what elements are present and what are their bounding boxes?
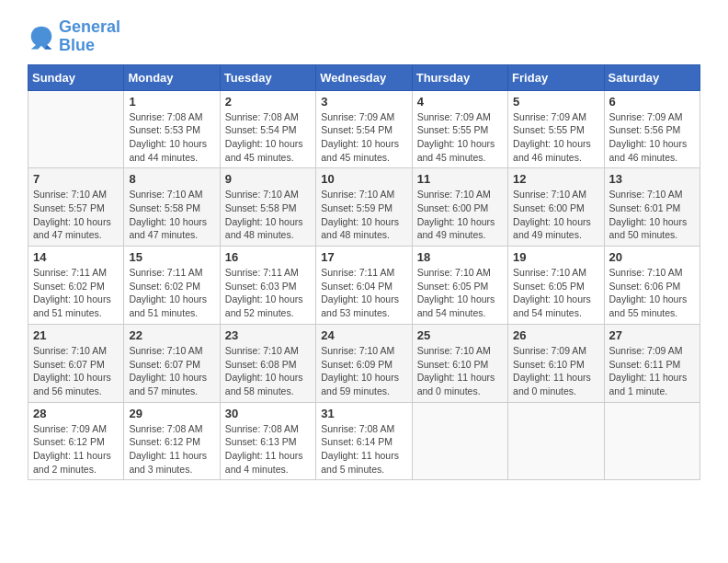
day-detail: Sunrise: 7:09 AMSunset: 6:11 PMDaylight:… — [609, 344, 695, 398]
week-row-3: 14Sunrise: 7:11 AMSunset: 6:02 PMDayligh… — [28, 247, 700, 325]
day-detail: Sunrise: 7:11 AMSunset: 6:02 PMDaylight:… — [129, 266, 214, 320]
day-number: 15 — [129, 250, 214, 264]
calendar-cell: 20Sunrise: 7:10 AMSunset: 6:06 PMDayligh… — [604, 247, 700, 325]
calendar-cell — [28, 90, 124, 168]
logo-text-line2: Blue — [59, 37, 120, 55]
day-number: 31 — [321, 407, 406, 420]
day-number: 8 — [129, 172, 214, 186]
calendar-cell: 16Sunrise: 7:11 AMSunset: 6:03 PMDayligh… — [220, 247, 315, 325]
day-detail: Sunrise: 7:09 AMSunset: 5:56 PMDaylight:… — [609, 110, 695, 165]
day-number: 1 — [129, 95, 214, 109]
day-detail: Sunrise: 7:10 AMSunset: 6:00 PMDaylight:… — [513, 188, 598, 242]
calendar-cell: 22Sunrise: 7:10 AMSunset: 6:07 PMDayligh… — [124, 324, 220, 402]
calendar-cell: 18Sunrise: 7:10 AMSunset: 6:05 PMDayligh… — [412, 247, 507, 325]
day-detail: Sunrise: 7:11 AMSunset: 6:03 PMDaylight:… — [225, 266, 311, 320]
calendar-cell: 28Sunrise: 7:09 AMSunset: 6:12 PMDayligh… — [28, 402, 124, 480]
page-header: General Blue — [28, 18, 700, 55]
day-number: 14 — [33, 250, 119, 264]
calendar-cell: 7Sunrise: 7:10 AMSunset: 5:57 PMDaylight… — [28, 168, 124, 247]
calendar-cell: 19Sunrise: 7:10 AMSunset: 6:05 PMDayligh… — [508, 247, 604, 325]
calendar-cell: 10Sunrise: 7:10 AMSunset: 5:59 PMDayligh… — [316, 168, 412, 247]
day-number: 2 — [225, 95, 311, 109]
calendar-cell: 1Sunrise: 7:08 AMSunset: 5:53 PMDaylight… — [124, 90, 220, 168]
calendar-cell: 24Sunrise: 7:10 AMSunset: 6:09 PMDayligh… — [316, 324, 412, 402]
day-number: 18 — [417, 250, 503, 264]
day-number: 29 — [129, 407, 214, 420]
logo-icon — [28, 23, 55, 51]
day-number: 19 — [513, 250, 598, 264]
calendar-cell: 14Sunrise: 7:11 AMSunset: 6:02 PMDayligh… — [28, 247, 124, 325]
day-number: 7 — [33, 172, 119, 186]
day-detail: Sunrise: 7:08 AMSunset: 6:13 PMDaylight:… — [225, 422, 311, 477]
day-detail: Sunrise: 7:10 AMSunset: 5:58 PMDaylight:… — [225, 188, 311, 242]
day-number: 24 — [321, 328, 406, 342]
calendar-cell: 23Sunrise: 7:10 AMSunset: 6:08 PMDayligh… — [220, 324, 315, 402]
day-detail: Sunrise: 7:10 AMSunset: 6:09 PMDaylight:… — [321, 344, 406, 398]
calendar-cell: 26Sunrise: 7:09 AMSunset: 6:10 PMDayligh… — [508, 324, 604, 402]
day-detail: Sunrise: 7:10 AMSunset: 6:01 PMDaylight:… — [609, 188, 695, 242]
header-tuesday: Tuesday — [220, 64, 315, 90]
header-saturday: Saturday — [604, 64, 700, 90]
calendar-cell: 25Sunrise: 7:10 AMSunset: 6:10 PMDayligh… — [412, 324, 507, 402]
calendar-cell: 9Sunrise: 7:10 AMSunset: 5:58 PMDaylight… — [220, 168, 315, 247]
day-detail: Sunrise: 7:10 AMSunset: 6:05 PMDaylight:… — [513, 266, 598, 320]
day-detail: Sunrise: 7:08 AMSunset: 6:12 PMDaylight:… — [129, 422, 214, 477]
logo: General Blue — [28, 18, 120, 55]
day-number: 5 — [513, 95, 598, 109]
calendar-table: SundayMondayTuesdayWednesdayThursdayFrid… — [28, 64, 700, 481]
week-row-5: 28Sunrise: 7:09 AMSunset: 6:12 PMDayligh… — [28, 402, 700, 480]
calendar-cell: 30Sunrise: 7:08 AMSunset: 6:13 PMDayligh… — [220, 402, 315, 480]
header-friday: Friday — [508, 64, 604, 90]
day-detail: Sunrise: 7:08 AMSunset: 6:14 PMDaylight:… — [321, 422, 406, 477]
day-detail: Sunrise: 7:10 AMSunset: 6:00 PMDaylight:… — [417, 188, 503, 242]
day-number: 17 — [321, 250, 406, 264]
day-number: 22 — [129, 328, 214, 342]
calendar-cell — [412, 402, 507, 480]
day-number: 30 — [225, 407, 311, 420]
day-number: 25 — [417, 328, 503, 342]
day-number: 27 — [609, 328, 695, 342]
calendar-cell: 8Sunrise: 7:10 AMSunset: 5:58 PMDaylight… — [124, 168, 220, 247]
calendar-cell — [508, 402, 604, 480]
day-number: 23 — [225, 328, 311, 342]
day-detail: Sunrise: 7:10 AMSunset: 6:07 PMDaylight:… — [129, 344, 214, 398]
calendar-cell: 27Sunrise: 7:09 AMSunset: 6:11 PMDayligh… — [604, 324, 700, 402]
calendar-cell: 15Sunrise: 7:11 AMSunset: 6:02 PMDayligh… — [124, 247, 220, 325]
day-detail: Sunrise: 7:10 AMSunset: 6:06 PMDaylight:… — [609, 266, 695, 320]
day-number: 10 — [321, 172, 406, 186]
day-detail: Sunrise: 7:10 AMSunset: 5:59 PMDaylight:… — [321, 188, 406, 242]
calendar-cell — [604, 402, 700, 480]
header-monday: Monday — [124, 64, 220, 90]
day-detail: Sunrise: 7:09 AMSunset: 5:55 PMDaylight:… — [417, 110, 503, 165]
week-row-2: 7Sunrise: 7:10 AMSunset: 5:57 PMDaylight… — [28, 168, 700, 247]
calendar-cell: 3Sunrise: 7:09 AMSunset: 5:54 PMDaylight… — [316, 90, 412, 168]
day-number: 11 — [417, 172, 503, 186]
calendar-cell: 29Sunrise: 7:08 AMSunset: 6:12 PMDayligh… — [124, 402, 220, 480]
day-number: 26 — [513, 328, 598, 342]
day-number: 12 — [513, 172, 598, 186]
day-detail: Sunrise: 7:10 AMSunset: 6:07 PMDaylight:… — [33, 344, 119, 398]
day-number: 28 — [33, 407, 119, 420]
day-detail: Sunrise: 7:08 AMSunset: 5:54 PMDaylight:… — [225, 110, 311, 165]
calendar-cell: 11Sunrise: 7:10 AMSunset: 6:00 PMDayligh… — [412, 168, 507, 247]
day-detail: Sunrise: 7:11 AMSunset: 6:04 PMDaylight:… — [321, 266, 406, 320]
day-detail: Sunrise: 7:08 AMSunset: 5:53 PMDaylight:… — [129, 110, 214, 165]
day-number: 16 — [225, 250, 311, 264]
day-number: 4 — [417, 95, 503, 109]
calendar-cell: 4Sunrise: 7:09 AMSunset: 5:55 PMDaylight… — [412, 90, 507, 168]
day-detail: Sunrise: 7:09 AMSunset: 6:10 PMDaylight:… — [513, 344, 598, 398]
calendar-cell: 31Sunrise: 7:08 AMSunset: 6:14 PMDayligh… — [316, 402, 412, 480]
header-wednesday: Wednesday — [316, 64, 412, 90]
header-sunday: Sunday — [28, 64, 124, 90]
calendar-cell: 17Sunrise: 7:11 AMSunset: 6:04 PMDayligh… — [316, 247, 412, 325]
calendar-cell: 12Sunrise: 7:10 AMSunset: 6:00 PMDayligh… — [508, 168, 604, 247]
day-detail: Sunrise: 7:11 AMSunset: 6:02 PMDaylight:… — [33, 266, 119, 320]
day-detail: Sunrise: 7:10 AMSunset: 5:57 PMDaylight:… — [33, 188, 119, 242]
day-number: 6 — [609, 95, 695, 109]
calendar-cell: 21Sunrise: 7:10 AMSunset: 6:07 PMDayligh… — [28, 324, 124, 402]
day-detail: Sunrise: 7:09 AMSunset: 6:12 PMDaylight:… — [33, 422, 119, 477]
calendar-cell: 6Sunrise: 7:09 AMSunset: 5:56 PMDaylight… — [604, 90, 700, 168]
day-detail: Sunrise: 7:10 AMSunset: 5:58 PMDaylight:… — [129, 188, 214, 242]
day-detail: Sunrise: 7:10 AMSunset: 6:08 PMDaylight:… — [225, 344, 311, 398]
week-row-1: 1Sunrise: 7:08 AMSunset: 5:53 PMDaylight… — [28, 90, 700, 168]
